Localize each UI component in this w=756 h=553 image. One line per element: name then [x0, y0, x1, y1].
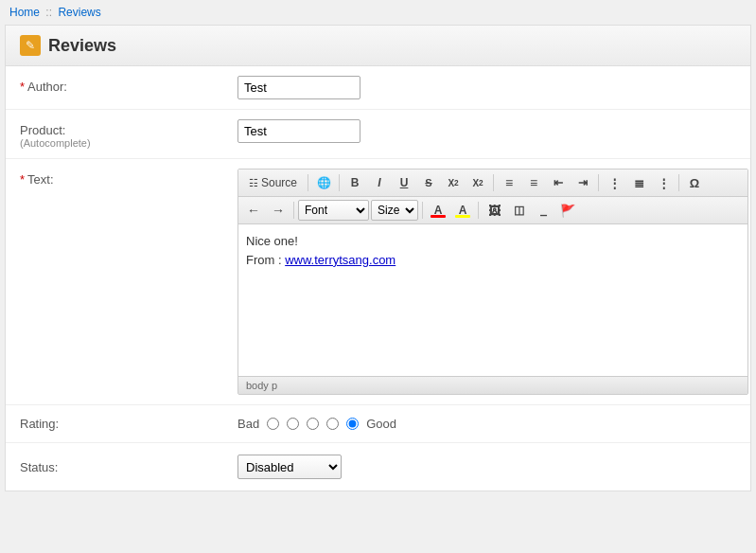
page-container: ✎ Reviews *Author: Product: (Autocomplet…: [5, 25, 751, 491]
toolbar-sep-3: [493, 174, 494, 191]
rating-radio-3[interactable]: [307, 418, 319, 430]
rating-options: Bad Good: [237, 417, 396, 431]
breadcrumb: Home :: Reviews: [0, 0, 756, 25]
editor-toolbar-1: ☷ Source 🌐 B I U S: [238, 169, 747, 197]
editor-paragraph-1: Nice one!: [246, 232, 740, 251]
rating-radio-5[interactable]: [346, 418, 359, 430]
author-row: *Author:: [6, 66, 750, 110]
align-right-button[interactable]: ⋮: [652, 172, 675, 193]
document-icon: ☷: [249, 177, 258, 189]
back-color-button[interactable]: A: [451, 200, 474, 221]
product-control: [237, 119, 736, 143]
align-left-button[interactable]: ⋮: [603, 172, 625, 193]
source-button[interactable]: ☷ Source: [242, 172, 304, 193]
hr-button[interactable]: ⎯: [532, 200, 554, 221]
strikethrough-button[interactable]: S: [417, 172, 440, 193]
toolbar-sep-2: [339, 174, 340, 191]
rating-radio-2[interactable]: [287, 418, 299, 430]
subscript-button[interactable]: X2: [442, 172, 465, 193]
editor-content[interactable]: Nice one! From : www.terrytsang.com: [238, 224, 747, 376]
size-select[interactable]: Size: [371, 200, 418, 221]
rating-row: Rating: Bad Good: [6, 405, 750, 443]
breadcrumb-separator: ::: [45, 6, 52, 19]
editor-toolbar-2: ← → Font Size: [238, 197, 747, 224]
editor-link[interactable]: www.terrytsang.com: [285, 253, 396, 267]
text-label: *Text:: [20, 169, 237, 187]
toolbar-sep-8: [478, 202, 479, 219]
undo-button[interactable]: ←: [242, 200, 265, 221]
indent-button[interactable]: ⇥: [571, 172, 594, 193]
align-center-button[interactable]: ≣: [627, 172, 650, 193]
editor-statusbar: body p: [238, 376, 747, 394]
status-label: Status:: [20, 460, 237, 474]
product-label: Product: (Autocomplete): [20, 119, 237, 149]
unordered-list-button[interactable]: ≡: [522, 172, 545, 193]
toolbar-sep-5: [678, 174, 679, 191]
status-select[interactable]: Disabled Enabled: [237, 455, 342, 479]
font-select[interactable]: Font: [298, 200, 369, 221]
page-header: ✎ Reviews: [6, 26, 750, 66]
author-required: *: [20, 80, 25, 94]
ordered-list-button[interactable]: ≡: [498, 172, 520, 193]
bold-button[interactable]: B: [343, 172, 366, 193]
image-button[interactable]: 🖼: [483, 200, 505, 221]
form-body: *Author: Product: (Autocomplete) *Text:: [6, 66, 750, 491]
rating-label: Rating:: [20, 417, 237, 431]
text-required: *: [20, 172, 25, 187]
toolbar-sep-6: [293, 202, 294, 219]
rating-bad-label: Bad: [237, 417, 259, 431]
author-input[interactable]: [237, 76, 360, 99]
editor-paragraph-2: From : www.terrytsang.com: [246, 251, 740, 270]
product-row: Product: (Autocomplete): [6, 110, 750, 159]
product-input[interactable]: [237, 119, 360, 143]
redo-button[interactable]: →: [267, 200, 290, 221]
author-label: *Author:: [20, 76, 237, 94]
globe-button[interactable]: 🌐: [312, 172, 335, 193]
text-row: *Text: ☷ Source 🌐: [6, 159, 750, 405]
editor-control: ☷ Source 🌐 B I U S: [237, 169, 748, 395]
breadcrumb-home[interactable]: Home: [9, 6, 40, 19]
toolbar-sep-1: [308, 174, 308, 191]
flag-button[interactable]: 🚩: [556, 200, 579, 221]
reviews-icon: ✎: [20, 35, 41, 56]
toolbar-sep-4: [598, 174, 599, 191]
italic-button[interactable]: I: [368, 172, 391, 193]
page-title: Reviews: [48, 36, 116, 56]
toolbar-sep-7: [422, 202, 423, 219]
outdent-button[interactable]: ⇤: [547, 172, 570, 193]
superscript-button[interactable]: X2: [466, 172, 489, 193]
rating-radio-4[interactable]: [326, 418, 339, 430]
rating-radio-1[interactable]: [267, 418, 279, 430]
fore-color-button[interactable]: A: [427, 200, 449, 221]
table-button[interactable]: ◫: [507, 200, 530, 221]
editor-wrap: ☷ Source 🌐 B I U S: [237, 169, 748, 395]
rating-good-label: Good: [366, 417, 396, 431]
author-control: [237, 76, 736, 99]
status-row: Status: Disabled Enabled: [6, 443, 750, 491]
underline-button[interactable]: U: [393, 172, 415, 193]
special-char-button[interactable]: Ω: [683, 172, 706, 193]
breadcrumb-reviews[interactable]: Reviews: [58, 6, 100, 19]
